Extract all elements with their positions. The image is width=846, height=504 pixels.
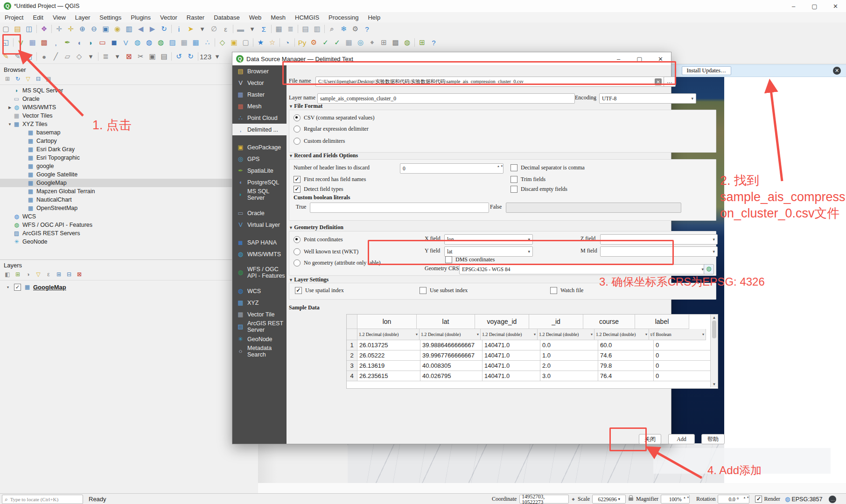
field-type-combo[interactable]: 1.2 Decimal (double)▾ [481,329,538,340]
false-literal-input[interactable] [506,203,681,213]
save-project[interactable]: ◫ [23,23,35,35]
layer-name-input[interactable]: sample_ais_compression_cluster_0 [317,93,575,104]
scrollbar-thumb[interactable] [712,321,716,338]
browser-item-esri-dark-gray[interactable]: ▦ Esri Dark Gray [0,145,258,154]
menu-item[interactable]: Raster [182,14,209,21]
separator[interactable] [296,23,300,35]
add-point-cloud-layer[interactable]: ∴ [202,37,213,48]
layer-settings-header[interactable]: Layer Settings [289,276,329,283]
separator[interactable] [97,51,100,62]
browser-item-mapzen-global-terrain[interactable]: ▦ Mapzen Global Terrain [0,187,258,196]
close-button[interactable]: ✕ [825,0,846,12]
record-options-header[interactable]: Record and Fields Options [289,152,358,159]
browser-item-google[interactable]: ▦ google [0,162,258,170]
browser-item-wms-wmts[interactable]: ▶ ◍ WMS/WMTS [0,103,258,112]
data-source-manager[interactable]: ◱ [0,37,12,48]
wkt-radio[interactable]: Well known text (WKT) [294,248,358,255]
subset-index-checkbox[interactable]: Use subset index [420,287,468,294]
remove-layer[interactable]: ⊠ [76,271,83,278]
layout-manager[interactable]: ▥ [311,23,323,35]
menu-item[interactable]: HCMGIS [290,14,324,21]
file-format-header[interactable]: File Format [289,103,322,110]
vertex-tool[interactable]: ◇ [73,51,85,62]
add-wms-layer[interactable]: ◍ [132,37,143,48]
dsm-tab-sap-hana[interactable]: ◼ SAP HANA [232,237,287,248]
pan-map[interactable]: ✛ [53,23,65,35]
menu-item[interactable]: View [48,14,70,21]
add-mssql-layer[interactable]: ◗ [85,37,97,48]
help-button[interactable]: 帮助 [701,434,725,444]
field-type-combo[interactable]: 1.2 Decimal (double)▾ [357,329,420,340]
filter-legend[interactable]: ▽ [35,271,42,278]
dsm-tab-spatialite[interactable]: ✒ SpatiaLite [232,165,287,176]
detect-types-checkbox[interactable]: ✓ Detect field types [294,186,343,193]
coordinate-capture[interactable]: ⌖ [366,37,378,48]
dsm-tab-geonode[interactable]: ✳ GeoNode [232,333,287,345]
separator[interactable] [196,51,200,62]
layer-item-googlemap[interactable]: ▾ ✓ ▦ GoogleMap [0,282,258,292]
browser-item-ms-sql-server[interactable]: ◗ MS SQL Server [0,86,258,95]
render-checkbox[interactable]: ✓ [755,496,762,503]
z-field-combo[interactable]: ▾ [600,234,718,245]
menu-item[interactable]: Web [245,14,266,21]
radio-icon[interactable] [294,114,301,121]
messages-icon[interactable]: … [829,496,836,503]
dsm-tab-delimited-text[interactable]: , Delimited ... [232,124,287,135]
dsm-tab-mesh[interactable]: ▩ Mesh [232,100,287,112]
processing-toolbox[interactable]: ⚙ [350,23,361,35]
menu-item[interactable]: Vector [155,14,182,21]
python-console[interactable]: Py [296,37,308,48]
zoom-out[interactable]: ⊖ [88,23,100,35]
add-raster-layer[interactable]: ▦ [27,37,38,48]
multiedit-menu[interactable]: ▾ [112,51,123,62]
dsm-tab-metadata-search[interactable]: ○ Metadata Search [232,345,287,358]
delete-selected[interactable]: ⊠ [123,51,135,62]
chevron-down-icon[interactable]: ▾ [5,285,11,289]
crs-status-button[interactable]: EPSG:3857 [791,496,822,503]
processing-model[interactable]: ⚙ [308,37,320,48]
menu-item[interactable]: Help [363,14,385,21]
expand-all[interactable]: ⊞ [55,271,63,278]
add-polygon-feature[interactable]: ▱ [62,51,73,62]
dsm-tab-point-cloud[interactable]: ∴ Point Cloud [232,112,287,124]
menu-item[interactable]: Project [0,14,28,21]
collapse-all[interactable]: ⊟ [35,75,42,83]
splitter-icon[interactable]: ∥ [674,68,677,74]
dsm-tab-xyz[interactable]: ▦ XYZ [232,297,287,308]
zoom-next[interactable]: ▶ [147,23,158,35]
select-crs-button[interactable]: ◍ [704,264,714,274]
add-virtual-layer[interactable]: V [120,37,132,48]
separator[interactable] [35,51,38,62]
dsm-tab-wfs-ogc-api-features[interactable]: ◍ WFS / OGC API - Features [232,266,287,279]
sample-data-table[interactable]: lonlatvoyage_id_idcourselabel 1.2 Decima… [346,314,718,389]
dsm-tab-oracle[interactable]: ▭ Oracle [232,207,287,219]
browser-item-basemap[interactable]: ▦ basemap [0,128,258,137]
rotation-spinner[interactable]: 0.0 ° [718,495,749,504]
add-xyz-layer[interactable]: ▦ [190,37,202,48]
true-literal-input[interactable] [310,203,489,213]
new-shapefile-layer[interactable]: ◇ [217,37,228,48]
locator-search[interactable]: ⌕ [326,23,338,35]
spatial-index-checkbox[interactable]: ✓ Use spatial index [295,287,344,294]
browser-item-openstreetmap[interactable]: ▦ OpenStreetMap [0,204,258,212]
checkbox-icon[interactable] [550,287,557,294]
dialog-maximize-button[interactable]: ▢ [629,53,650,65]
new-geopackage-layer[interactable]: ▣ [228,37,240,48]
topology-checker[interactable]: ✓ [331,37,343,48]
dsm-tab-vector-tile[interactable]: ▦ Vector Tile [232,308,287,320]
decimal-comma-checkbox[interactable]: Decimal separator is comma [510,164,585,171]
zoom-to-selection[interactable]: ◉ [112,23,123,35]
dsm-tab-gps[interactable]: ◎ GPS [232,153,287,165]
menu-item[interactable]: Plugins [126,14,155,21]
browser-item-wcs[interactable]: ◍ WCS [0,212,258,221]
browse-button[interactable]: … [664,77,676,87]
radio-icon[interactable] [294,138,301,145]
separator[interactable] [170,23,173,35]
refresh-browser[interactable]: ↻ [14,75,21,83]
field-type-combo[interactable]: 1.2 Decimal (double)▾ [538,329,594,340]
browser-item-oracle[interactable]: ▭ Oracle [0,95,258,103]
add-postgis-layer[interactable]: ◖ [73,37,85,48]
add-oracle-layer[interactable]: ▭ [97,37,108,48]
checkbox-icon[interactable]: ✓ [294,176,301,183]
scroll-down-icon[interactable]: ▼ [713,382,716,386]
